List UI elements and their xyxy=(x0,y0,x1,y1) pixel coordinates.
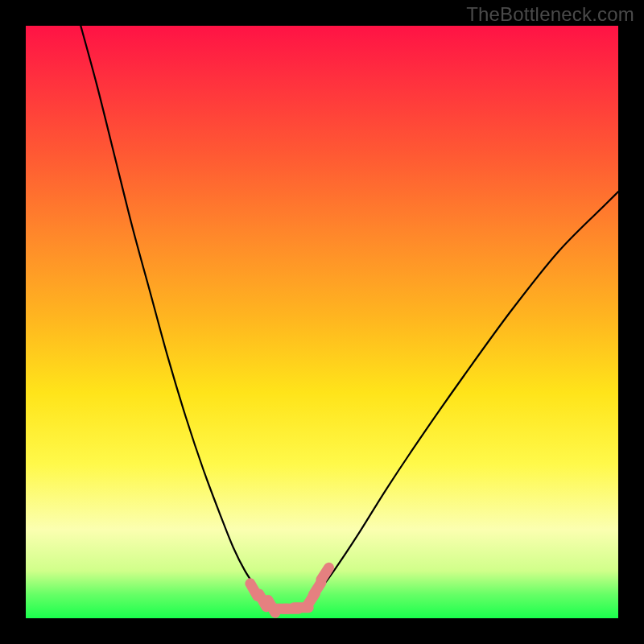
curve-layer xyxy=(26,26,618,618)
outer-frame: TheBottleneck.com xyxy=(0,0,644,644)
watermark-text: TheBottleneck.com xyxy=(466,3,634,26)
trough-markers xyxy=(250,568,329,613)
right-curve-path xyxy=(304,192,618,606)
trough-marker xyxy=(321,568,329,580)
left-curve-path xyxy=(79,20,275,607)
plot-area xyxy=(26,26,618,618)
